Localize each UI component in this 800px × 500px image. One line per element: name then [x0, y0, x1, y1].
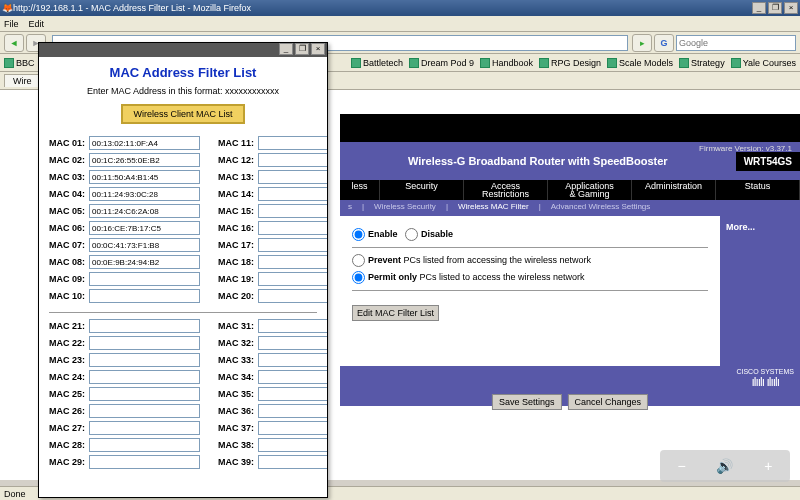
bookmark-item[interactable]: RPG Design — [539, 58, 601, 68]
search-engine-button[interactable]: G — [654, 34, 674, 52]
search-input[interactable] — [676, 35, 796, 51]
mac-label: MAC 35: — [218, 389, 258, 399]
bookmark-item[interactable]: Battletech — [351, 58, 403, 68]
main-titlebar: 🦊 http://192.168.1.1 - MAC Address Filte… — [0, 0, 800, 16]
bookmark-item[interactable]: Strategy — [679, 58, 725, 68]
nav-admin[interactable]: Administration — [632, 180, 716, 200]
mac-input[interactable] — [89, 370, 200, 384]
popup-minimize-button[interactable]: _ — [279, 43, 293, 55]
mac-input[interactable] — [258, 221, 327, 235]
menu-file[interactable]: File — [4, 19, 19, 29]
wireless-client-list-button[interactable]: Wireless Client MAC List — [121, 104, 244, 124]
mac-input[interactable] — [89, 289, 200, 303]
permit-radio[interactable] — [352, 271, 365, 284]
mac-input[interactable] — [258, 289, 327, 303]
volume-up-icon[interactable]: + — [758, 456, 778, 476]
bookmark-item[interactable]: Dream Pod 9 — [409, 58, 474, 68]
nav-status[interactable]: Status — [716, 180, 800, 200]
mac-input[interactable] — [89, 136, 200, 150]
mac-row: MAC 14: — [218, 187, 327, 201]
mac-input[interactable] — [258, 353, 327, 367]
subnav-item[interactable]: Advanced Wireless Settings — [551, 202, 651, 214]
mac-label: MAC 29: — [49, 457, 89, 467]
more-link[interactable]: More... — [726, 222, 755, 232]
bookmark-icon — [607, 58, 617, 68]
back-button[interactable]: ◄ — [4, 34, 24, 52]
maximize-button[interactable]: ❐ — [768, 2, 782, 14]
bookmark-icon — [4, 58, 14, 68]
mac-label: MAC 28: — [49, 440, 89, 450]
bookmark-item[interactable]: BBC — [4, 58, 35, 68]
mac-input[interactable] — [258, 455, 327, 469]
mac-input[interactable] — [89, 336, 200, 350]
mac-input[interactable] — [89, 170, 200, 184]
mac-label: MAC 37: — [218, 423, 258, 433]
popup-maximize-button[interactable]: ❐ — [295, 43, 309, 55]
nav-security[interactable]: Security — [380, 180, 464, 200]
mac-row: MAC 33: — [218, 353, 327, 367]
bookmark-item[interactable]: Scale Models — [607, 58, 673, 68]
nav-apps[interactable]: Applications & Gaming — [548, 180, 632, 200]
popup-close-button[interactable]: × — [311, 43, 325, 55]
subnav-item-active[interactable]: Wireless MAC Filter — [458, 202, 529, 214]
mac-label: MAC 26: — [49, 406, 89, 416]
mac-label: MAC 34: — [218, 372, 258, 382]
subnav-item[interactable]: s — [348, 202, 352, 214]
router-title-bar: Firmware Version: v3.37.1 Wireless-G Bro… — [340, 142, 800, 180]
go-button[interactable]: ▸ — [632, 34, 652, 52]
menu-edit[interactable]: Edit — [29, 19, 45, 29]
mac-input[interactable] — [89, 421, 200, 435]
save-settings-button[interactable]: Save Settings — [492, 394, 562, 410]
mac-input[interactable] — [258, 387, 327, 401]
mac-input[interactable] — [258, 272, 327, 286]
mac-input[interactable] — [89, 255, 200, 269]
bookmark-item[interactable]: Handbook — [480, 58, 533, 68]
mac-input[interactable] — [258, 187, 327, 201]
mac-input[interactable] — [89, 272, 200, 286]
mac-input[interactable] — [89, 319, 200, 333]
mac-input[interactable] — [89, 204, 200, 218]
mac-input[interactable] — [258, 153, 327, 167]
nav-wireless[interactable]: less — [340, 180, 380, 200]
mac-input[interactable] — [258, 136, 327, 150]
router-header — [340, 114, 800, 142]
minimize-button[interactable]: _ — [752, 2, 766, 14]
nav-access[interactable]: Access Restrictions — [464, 180, 548, 200]
mac-input[interactable] — [89, 404, 200, 418]
mac-input[interactable] — [258, 370, 327, 384]
mac-input[interactable] — [258, 438, 327, 452]
mac-input[interactable] — [258, 404, 327, 418]
enable-radio[interactable] — [352, 228, 365, 241]
subnav-item[interactable]: Wireless Security — [374, 202, 436, 214]
mac-input[interactable] — [89, 187, 200, 201]
mac-label: MAC 20: — [218, 291, 258, 301]
browser-tab[interactable]: Wire — [4, 74, 41, 87]
cancel-changes-button[interactable]: Cancel Changes — [568, 394, 649, 410]
mac-input[interactable] — [258, 238, 327, 252]
mac-input[interactable] — [258, 421, 327, 435]
mac-input[interactable] — [89, 438, 200, 452]
mac-input[interactable] — [89, 387, 200, 401]
mac-input[interactable] — [89, 353, 200, 367]
mac-input[interactable] — [258, 204, 327, 218]
mac-input[interactable] — [89, 221, 200, 235]
disable-radio[interactable] — [405, 228, 418, 241]
router-subnav: s| Wireless Security| Wireless MAC Filte… — [340, 200, 800, 216]
mac-label: MAC 36: — [218, 406, 258, 416]
menu-bar: File Edit — [0, 16, 800, 32]
prevent-radio[interactable] — [352, 254, 365, 267]
mac-input[interactable] — [89, 238, 200, 252]
bookmark-item[interactable]: Yale Courses — [731, 58, 796, 68]
mac-row: MAC 38: — [218, 438, 327, 452]
mac-input[interactable] — [89, 153, 200, 167]
mac-row: MAC 35: — [218, 387, 327, 401]
mac-input[interactable] — [258, 170, 327, 184]
close-button[interactable]: × — [784, 2, 798, 14]
volume-down-icon[interactable]: − — [672, 456, 692, 476]
mac-input[interactable] — [89, 455, 200, 469]
mac-input[interactable] — [258, 336, 327, 350]
mac-input[interactable] — [258, 319, 327, 333]
mac-input[interactable] — [258, 255, 327, 269]
edit-mac-filter-button[interactable]: Edit MAC Filter List — [352, 305, 439, 321]
bookmark-icon — [409, 58, 419, 68]
